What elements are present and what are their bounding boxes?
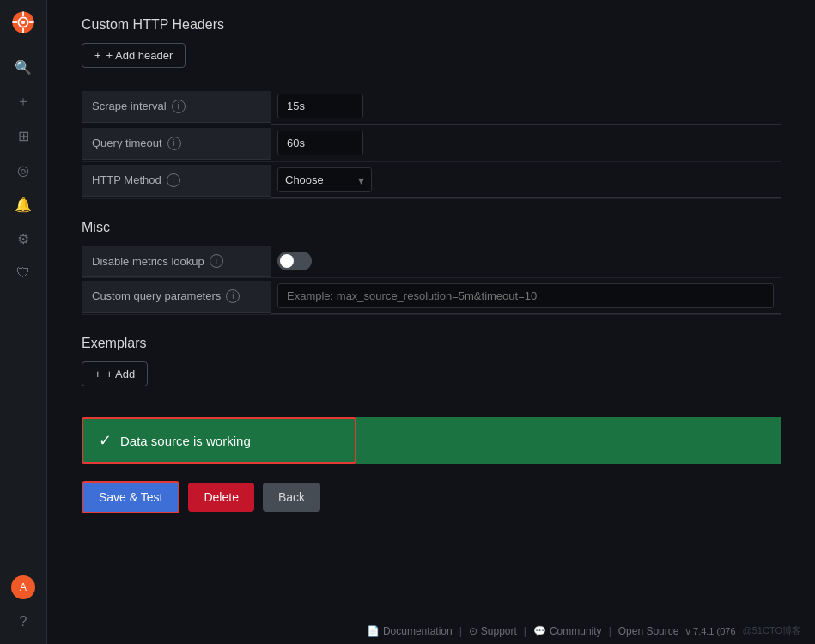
plus-icon: + <box>94 49 101 62</box>
plus-icon: + <box>94 368 101 380</box>
footer-documentation-link[interactable]: 📄 Documentation <box>367 625 453 637</box>
success-banner-row: ✓ Data source is working <box>82 417 781 464</box>
scrape-interval-label: Scrape interval <box>92 100 167 112</box>
sidebar-item-help[interactable]: ? <box>8 606 39 637</box>
http-method-select[interactable]: Choose GET POST <box>278 168 351 191</box>
scrape-interval-row: Scrape interval i <box>82 88 781 125</box>
sidebar-item-shield[interactable]: 🛡 <box>8 258 39 289</box>
toggle-knob <box>280 254 294 268</box>
sidebar-item-settings[interactable]: ⚙ <box>8 223 39 254</box>
custom-query-params-label-cell: Custom query parameters i <box>82 281 271 313</box>
bell-icon: 🔔 <box>15 197 32 213</box>
footer: 📄 Documentation | ⊙ Support | 💬 Communit… <box>47 617 815 644</box>
explore-icon: ◎ <box>17 162 29 179</box>
check-icon: ✓ <box>99 431 112 450</box>
custom-query-params-info-icon[interactable]: i <box>226 289 240 303</box>
sidebar-item-alerting[interactable]: 🔔 <box>8 189 39 220</box>
footer-open-source-link[interactable]: Open Source <box>618 625 679 637</box>
query-timeout-info-icon[interactable]: i <box>167 137 181 150</box>
http-method-info-icon[interactable]: i <box>167 173 180 187</box>
sidebar-item-search[interactable]: 🔍 <box>8 52 39 82</box>
footer-version: v 7.4.1 (076 <box>685 626 735 636</box>
query-timeout-input-cell <box>271 125 781 161</box>
sidebar-item-dashboards[interactable]: ⊞ <box>8 120 39 151</box>
http-method-label: HTTP Method <box>92 173 161 186</box>
delete-button[interactable]: Delete <box>188 483 253 512</box>
query-timeout-label-cell: Query timeout i <box>82 128 271 160</box>
success-banner: ✓ Data source is working <box>82 417 356 464</box>
http-method-input-cell: Choose GET POST ▾ <box>271 162 781 198</box>
misc-section: Misc Disable metrics lookup i <box>82 220 781 315</box>
scrape-interval-input-cell <box>271 88 781 125</box>
add-exemplar-button[interactable]: + + Add <box>82 361 148 386</box>
datasource-form: Scrape interval i Query timeout i <box>82 88 781 199</box>
community-icon: 💬 <box>533 625 546 637</box>
chevron-down-icon: ▾ <box>351 173 371 187</box>
main-content: Custom HTTP Headers + + Add header Scrap… <box>47 0 815 617</box>
gear-icon: ⚙ <box>17 231 29 247</box>
http-method-row: HTTP Method i Choose GET POST ▾ <box>82 162 781 199</box>
grafana-logo[interactable] <box>8 7 39 38</box>
success-banner-extension <box>356 417 781 464</box>
add-exemplar-label: + Add <box>106 368 136 380</box>
query-timeout-label: Query timeout <box>92 137 162 149</box>
back-button[interactable]: Back <box>263 483 320 512</box>
disable-metrics-row: Disable metrics lookup i <box>82 246 781 278</box>
scrape-interval-label-cell: Scrape interval i <box>82 91 271 123</box>
shield-icon: 🛡 <box>16 265 30 281</box>
search-icon: 🔍 <box>15 59 32 76</box>
avatar[interactable]: A <box>8 572 39 603</box>
disable-metrics-toggle[interactable] <box>277 252 312 270</box>
watermark: @51CTO博客 <box>743 624 801 637</box>
file-icon: 📄 <box>367 625 380 637</box>
custom-http-headers-section: Custom HTTP Headers + + Add header <box>82 17 781 88</box>
disable-metrics-info-icon[interactable]: i <box>210 254 223 268</box>
exemplars-section: Exemplars + + Add <box>82 336 781 400</box>
plus-icon: ＋ <box>16 93 30 111</box>
query-timeout-input[interactable] <box>277 131 363 155</box>
sidebar-item-explore[interactable]: ◎ <box>8 155 39 185</box>
custom-query-params-label: Custom query parameters <box>92 289 221 302</box>
life-ring-icon: ⊙ <box>469 625 477 637</box>
http-method-label-cell: HTTP Method i <box>82 165 271 197</box>
misc-title: Misc <box>82 220 781 235</box>
disable-metrics-label-cell: Disable metrics lookup i <box>82 246 271 277</box>
scrape-interval-info-icon[interactable]: i <box>172 100 186 113</box>
http-method-select-wrapper: Choose GET POST ▾ <box>277 167 372 192</box>
custom-query-params-input-cell <box>271 278 781 314</box>
success-message: Data source is working <box>120 434 251 448</box>
help-icon: ? <box>20 614 27 629</box>
user-avatar: A <box>11 575 35 599</box>
scrape-interval-input[interactable] <box>277 94 363 118</box>
footer-community-link[interactable]: 💬 Community <box>533 625 602 637</box>
dashboards-icon: ⊞ <box>18 128 29 144</box>
disable-metrics-label: Disable metrics lookup <box>92 255 204 268</box>
sidebar-bottom: A ? <box>8 572 39 637</box>
sidebar-item-new[interactable]: ＋ <box>8 86 39 117</box>
action-buttons-row: Save & Test Delete Back <box>82 481 781 513</box>
exemplars-title: Exemplars <box>82 336 781 351</box>
disable-metrics-input-cell <box>271 246 781 276</box>
query-timeout-row: Query timeout i <box>82 125 781 162</box>
add-header-button[interactable]: + + Add header <box>82 43 186 68</box>
custom-http-headers-title: Custom HTTP Headers <box>82 17 781 33</box>
save-test-button[interactable]: Save & Test <box>82 481 179 513</box>
custom-query-params-input[interactable] <box>277 283 774 308</box>
sidebar: 🔍 ＋ ⊞ ◎ 🔔 ⚙ 🛡 A ? <box>0 0 47 644</box>
custom-query-params-row: Custom query parameters i <box>82 278 781 315</box>
footer-support-link[interactable]: ⊙ Support <box>469 625 517 637</box>
add-header-label: + Add header <box>106 49 173 62</box>
svg-point-2 <box>21 21 25 24</box>
